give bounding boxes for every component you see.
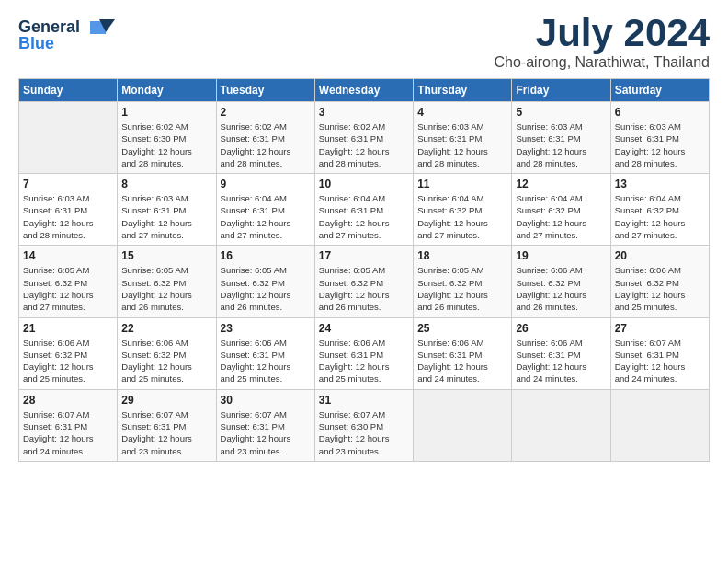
col-friday: Friday	[512, 79, 610, 102]
day-number: 5	[516, 106, 606, 119]
day-cell: 4Sunrise: 6:03 AM Sunset: 6:31 PM Daylig…	[414, 102, 512, 174]
month-title: July 2024	[495, 14, 711, 52]
day-info: Sunrise: 6:05 AM Sunset: 6:32 PM Dayligh…	[23, 264, 113, 313]
location-subtitle: Cho-airong, Narathiwat, Thailand	[495, 54, 711, 71]
day-cell: 20Sunrise: 6:06 AM Sunset: 6:32 PM Dayli…	[610, 246, 709, 317]
calendar-table: Sunday Monday Tuesday Wednesday Thursday…	[18, 78, 710, 462]
day-number: 4	[417, 106, 507, 119]
day-cell: 5Sunrise: 6:03 AM Sunset: 6:31 PM Daylig…	[512, 102, 610, 174]
day-number: 11	[417, 178, 507, 190]
day-cell: 9Sunrise: 6:04 AM Sunset: 6:31 PM Daylig…	[216, 174, 314, 246]
day-cell: 11Sunrise: 6:04 AM Sunset: 6:32 PM Dayli…	[414, 174, 512, 246]
day-number: 21	[23, 322, 113, 335]
day-info: Sunrise: 6:06 AM Sunset: 6:31 PM Dayligh…	[319, 337, 409, 385]
svg-text:Blue: Blue	[18, 34, 54, 52]
logo: General Blue	[18, 14, 119, 55]
day-info: Sunrise: 6:07 AM Sunset: 6:31 PM Dayligh…	[121, 408, 211, 457]
day-info: Sunrise: 6:03 AM Sunset: 6:31 PM Dayligh…	[615, 121, 705, 169]
week-row-5: 28Sunrise: 6:07 AM Sunset: 6:31 PM Dayli…	[19, 389, 710, 461]
day-cell: 13Sunrise: 6:04 AM Sunset: 6:32 PM Dayli…	[610, 174, 709, 246]
day-info: Sunrise: 6:05 AM Sunset: 6:32 PM Dayligh…	[417, 264, 507, 313]
day-number: 8	[121, 178, 211, 190]
day-info: Sunrise: 6:07 AM Sunset: 6:31 PM Dayligh…	[615, 337, 705, 385]
day-info: Sunrise: 6:07 AM Sunset: 6:31 PM Dayligh…	[23, 408, 113, 457]
day-cell: 29Sunrise: 6:07 AM Sunset: 6:31 PM Dayli…	[118, 389, 216, 461]
day-cell: 15Sunrise: 6:05 AM Sunset: 6:32 PM Dayli…	[118, 246, 216, 317]
day-number: 28	[23, 394, 113, 407]
day-info: Sunrise: 6:06 AM Sunset: 6:31 PM Dayligh…	[516, 337, 606, 385]
day-number: 9	[221, 178, 311, 190]
day-info: Sunrise: 6:04 AM Sunset: 6:32 PM Dayligh…	[615, 192, 705, 241]
title-block: July 2024 Cho-airong, Narathiwat, Thaila…	[495, 14, 711, 71]
day-cell: 10Sunrise: 6:04 AM Sunset: 6:31 PM Dayli…	[314, 174, 413, 246]
day-info: Sunrise: 6:06 AM Sunset: 6:32 PM Dayligh…	[121, 337, 211, 385]
day-number: 18	[417, 249, 507, 262]
day-info: Sunrise: 6:07 AM Sunset: 6:31 PM Dayligh…	[221, 408, 311, 457]
day-info: Sunrise: 6:05 AM Sunset: 6:32 PM Dayligh…	[121, 264, 211, 313]
day-cell	[610, 389, 709, 461]
svg-text:General: General	[18, 17, 80, 36]
day-cell: 16Sunrise: 6:05 AM Sunset: 6:32 PM Dayli…	[216, 246, 314, 317]
day-number: 16	[221, 249, 311, 262]
day-number: 19	[516, 249, 606, 262]
day-info: Sunrise: 6:06 AM Sunset: 6:31 PM Dayligh…	[221, 337, 311, 385]
day-number: 10	[319, 178, 409, 190]
day-cell	[512, 389, 610, 461]
day-info: Sunrise: 6:04 AM Sunset: 6:32 PM Dayligh…	[417, 192, 507, 241]
day-number: 25	[417, 322, 507, 335]
col-thursday: Thursday	[414, 79, 512, 102]
day-number: 29	[121, 394, 211, 407]
day-number: 1	[121, 106, 211, 119]
day-number: 23	[221, 322, 311, 335]
day-cell: 21Sunrise: 6:06 AM Sunset: 6:32 PM Dayli…	[19, 317, 118, 389]
week-row-1: 1Sunrise: 6:02 AM Sunset: 6:30 PM Daylig…	[19, 102, 710, 174]
day-number: 13	[615, 178, 705, 190]
day-info: Sunrise: 6:02 AM Sunset: 6:30 PM Dayligh…	[121, 121, 211, 169]
day-cell: 28Sunrise: 6:07 AM Sunset: 6:31 PM Dayli…	[19, 389, 118, 461]
day-number: 27	[615, 322, 705, 335]
col-wednesday: Wednesday	[314, 79, 413, 102]
day-info: Sunrise: 6:04 AM Sunset: 6:31 PM Dayligh…	[221, 192, 311, 241]
day-info: Sunrise: 6:03 AM Sunset: 6:31 PM Dayligh…	[121, 192, 211, 241]
day-info: Sunrise: 6:03 AM Sunset: 6:31 PM Dayligh…	[516, 121, 606, 169]
col-saturday: Saturday	[610, 79, 709, 102]
day-cell: 27Sunrise: 6:07 AM Sunset: 6:31 PM Dayli…	[610, 317, 709, 389]
day-info: Sunrise: 6:06 AM Sunset: 6:31 PM Dayligh…	[417, 337, 507, 385]
day-number: 12	[516, 178, 606, 190]
day-info: Sunrise: 6:04 AM Sunset: 6:32 PM Dayligh…	[516, 192, 606, 241]
day-number: 24	[319, 322, 409, 335]
day-cell: 1Sunrise: 6:02 AM Sunset: 6:30 PM Daylig…	[118, 102, 216, 174]
day-number: 15	[121, 249, 211, 262]
day-info: Sunrise: 6:02 AM Sunset: 6:31 PM Dayligh…	[319, 121, 409, 169]
day-cell	[19, 102, 118, 174]
day-cell: 19Sunrise: 6:06 AM Sunset: 6:32 PM Dayli…	[512, 246, 610, 317]
day-cell: 2Sunrise: 6:02 AM Sunset: 6:31 PM Daylig…	[216, 102, 314, 174]
day-cell: 24Sunrise: 6:06 AM Sunset: 6:31 PM Dayli…	[314, 317, 413, 389]
day-number: 22	[121, 322, 211, 335]
day-cell: 3Sunrise: 6:02 AM Sunset: 6:31 PM Daylig…	[314, 102, 413, 174]
day-number: 20	[615, 249, 705, 262]
day-info: Sunrise: 6:06 AM Sunset: 6:32 PM Dayligh…	[615, 264, 705, 313]
day-info: Sunrise: 6:03 AM Sunset: 6:31 PM Dayligh…	[417, 121, 507, 169]
day-info: Sunrise: 6:05 AM Sunset: 6:32 PM Dayligh…	[319, 264, 409, 313]
day-cell: 25Sunrise: 6:06 AM Sunset: 6:31 PM Dayli…	[414, 317, 512, 389]
day-cell: 22Sunrise: 6:06 AM Sunset: 6:32 PM Dayli…	[118, 317, 216, 389]
day-cell: 23Sunrise: 6:06 AM Sunset: 6:31 PM Dayli…	[216, 317, 314, 389]
day-info: Sunrise: 6:04 AM Sunset: 6:31 PM Dayligh…	[319, 192, 409, 241]
day-cell: 31Sunrise: 6:07 AM Sunset: 6:30 PM Dayli…	[314, 389, 413, 461]
day-number: 26	[516, 322, 606, 335]
day-info: Sunrise: 6:03 AM Sunset: 6:31 PM Dayligh…	[23, 192, 113, 241]
week-row-3: 14Sunrise: 6:05 AM Sunset: 6:32 PM Dayli…	[19, 246, 710, 317]
day-cell: 17Sunrise: 6:05 AM Sunset: 6:32 PM Dayli…	[314, 246, 413, 317]
day-cell: 12Sunrise: 6:04 AM Sunset: 6:32 PM Dayli…	[512, 174, 610, 246]
day-number: 3	[319, 106, 409, 119]
week-row-2: 7Sunrise: 6:03 AM Sunset: 6:31 PM Daylig…	[19, 174, 710, 246]
day-info: Sunrise: 6:06 AM Sunset: 6:32 PM Dayligh…	[23, 337, 113, 385]
day-cell: 7Sunrise: 6:03 AM Sunset: 6:31 PM Daylig…	[19, 174, 118, 246]
day-cell: 6Sunrise: 6:03 AM Sunset: 6:31 PM Daylig…	[610, 102, 709, 174]
week-row-4: 21Sunrise: 6:06 AM Sunset: 6:32 PM Dayli…	[19, 317, 710, 389]
header: General Blue July 2024 Cho-airong, Narat…	[18, 14, 710, 71]
col-monday: Monday	[118, 79, 216, 102]
day-cell: 14Sunrise: 6:05 AM Sunset: 6:32 PM Dayli…	[19, 246, 118, 317]
day-number: 2	[221, 106, 311, 119]
